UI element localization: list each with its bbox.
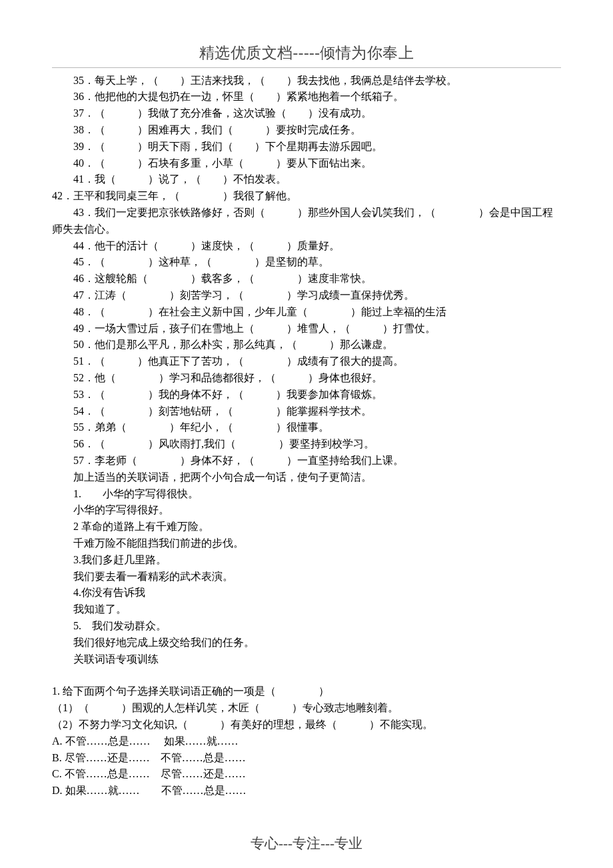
text-line: 42．王平和我同桌三年，（ ）我很了解他。 <box>52 188 561 205</box>
text-line: 我知道了。 <box>52 601 561 618</box>
text-line: 36．他把他的大提包扔在一边，怀里（ ）紧紧地抱着一个纸箱子。 <box>52 89 561 105</box>
text-line: 4.你没有告诉我 <box>52 585 561 601</box>
text-line: B. 尽管……还是…… 不管……总是…… <box>52 750 561 767</box>
text-line: 加上适当的关联词语，把两个小句合成一句话，使句子更简洁。 <box>52 469 561 486</box>
page-footer: 专心---专注---专业 <box>52 833 561 855</box>
text-line: 我们要去看一看精彩的武术表演。 <box>52 569 561 585</box>
text-line: 43．我们一定要把京张铁路修好，否则（ ）那些外国人会讥笑我们，（ ）会是中国工… <box>52 205 561 221</box>
text-line: 49．一场大雪过后，孩子们在雪地上（ ）堆雪人，（ ）打雪仗。 <box>52 321 561 337</box>
text-line: 关联词语专项训练 <box>52 651 561 668</box>
text-line: 55．弟弟（ ）年纪小，（ ）很懂事。 <box>52 419 561 436</box>
text-line: 51．（ ）他真正下了苦功，（ ）成绩有了很大的提高。 <box>52 353 561 370</box>
text-line: 56．（ ）风吹雨打,我们（ ）要坚持到校学习。 <box>52 436 561 453</box>
text-line: 1. 小华的字写得很快。 <box>52 486 561 503</box>
text-line: A. 不管……总是…… 如果……就…… <box>52 733 561 750</box>
text-line: 5. 我们发动群众。 <box>52 618 561 635</box>
blank-line <box>52 667 561 683</box>
text-line: 48．（ ）在社会主义新中国，少年儿童（ ）能过上幸福的生活 <box>52 304 561 321</box>
text-line: 37．（ ）我做了充分准备，这次试验（ ）没有成功。 <box>52 105 561 122</box>
text-line: 45．（ ）这种草，（ ）是坚韧的草。 <box>52 254 561 271</box>
text-line: 53．（ ）我的身体不好，（ ）我要参加体育锻炼。 <box>52 387 561 403</box>
text-line: 44．他干的活计（ ）速度快，（ ）质量好。 <box>52 238 561 255</box>
text-line: 千难万险不能阻挡我们前进的步伐。 <box>52 535 561 552</box>
text-line: 35．每天上学，（ ）王洁来找我，（ ）我去找他，我俩总是结伴去学校。 <box>52 73 561 89</box>
text-line: 40．（ ）石块有多重，小草（ ）要从下面钻出来。 <box>52 155 561 172</box>
page-header: 精选优质文档-----倾情为你奉上 <box>52 41 561 65</box>
text-line: 38．（ ）困难再大，我们（ ）要按时完成任务。 <box>52 122 561 139</box>
text-line: 小华的字写得很好。 <box>52 502 561 519</box>
text-line: 2 革命的道路上有千难万险。 <box>52 519 561 535</box>
header-divider <box>52 67 561 68</box>
text-line: 57．李老师（ ）身体不好，（ ）一直坚持给我们上课。 <box>52 453 561 469</box>
text-line: 3.我们多赶几里路。 <box>52 552 561 569</box>
text-line: 54．（ ）刻苦地钻研，（ ）能掌握科学技术。 <box>52 403 561 420</box>
text-line: 50．他们是那么平凡，那么朴实，那么纯真，（ ）那么谦虚。 <box>52 337 561 353</box>
text-line: （1）（ ）围观的人怎样讥笑，木匠（ ）专心致志地雕刻着。 <box>52 700 561 717</box>
text-line: D. 如果……就…… 不管……总是…… <box>52 783 561 799</box>
text-line: 1. 给下面两个句子选择关联词语正确的一项是（ ） <box>52 683 561 700</box>
text-line: 师失去信心。 <box>52 221 561 238</box>
text-line: 46．这艘轮船（ ）载客多，（ ）速度非常快。 <box>52 271 561 287</box>
document-body: 35．每天上学，（ ）王洁来找我，（ ）我去找他，我俩总是结伴去学校。36．他把… <box>52 73 561 799</box>
text-line: 47．江涛（ ）刻苦学习，（ ）学习成绩一直保持优秀。 <box>52 287 561 304</box>
text-line: 41．我（ ）说了，（ ）不怕发表。 <box>52 171 561 188</box>
text-line: （2）不努力学习文化知识,（ ）有美好的理想，最终（ ）不能实现。 <box>52 717 561 733</box>
text-line: C. 不管……总是…… 尽管……还是…… <box>52 766 561 783</box>
text-line: 我们很好地完成上级交给我们的任务。 <box>52 635 561 651</box>
text-line: 39．（ ）明天下雨，我们（ ）下个星期再去游乐园吧。 <box>52 139 561 155</box>
text-line: 52．他（ ）学习和品德都很好，（ ）身体也很好。 <box>52 370 561 387</box>
